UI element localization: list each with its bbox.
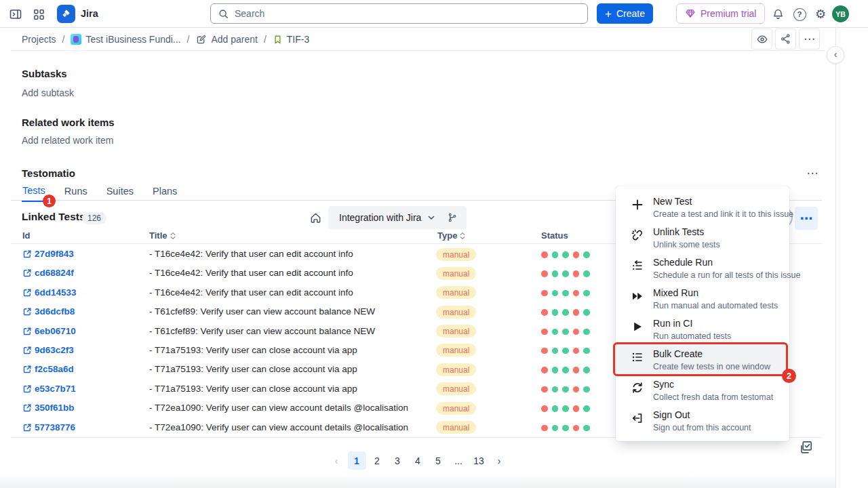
menu-item-description: Unlink some tests	[653, 240, 720, 249]
edit-pencil-icon	[195, 34, 207, 45]
type-badge: manual	[436, 325, 476, 338]
create-button[interactable]: Create	[597, 3, 653, 24]
page-button-label: ›	[498, 455, 501, 466]
menu-item[interactable]: New Test Create a test and link it it to…	[616, 192, 789, 222]
menu-item[interactable]: Sync Collect fresh data from testomat	[616, 375, 789, 405]
sidebar-toggle-icon[interactable]	[7, 5, 24, 23]
test-id-link[interactable]: 3d6dcfb8	[35, 306, 75, 317]
type-badge: manual	[436, 421, 476, 434]
tab[interactable]: Runs	[64, 185, 88, 202]
project-filter-dropdown[interactable]: Integration with Jira	[328, 206, 467, 229]
global-search[interactable]	[210, 3, 588, 24]
add-related-work-item-button[interactable]: Add related work item	[22, 135, 113, 146]
external-link-icon	[22, 249, 32, 259]
test-title: - T72ea1090: Verify user can view accoun…	[149, 403, 408, 413]
test-id-link[interactable]: cd68824f	[35, 268, 74, 278]
page-button-label: 1	[354, 455, 359, 466]
menu-item-title: Mixed Run	[653, 287, 778, 299]
menu-item-description: Run automated tests	[653, 331, 731, 341]
tab[interactable]: Suites	[106, 185, 134, 202]
search-input[interactable]	[235, 8, 580, 19]
breadcrumb-project-link[interactable]: Test iBusiness Fundi...	[71, 34, 180, 45]
menu-item-title: Run in CI	[653, 318, 731, 329]
app-root: Jira Create Premium trial YB Projects /	[0, 0, 868, 488]
external-link-icon	[22, 384, 32, 394]
share-icon[interactable]	[775, 28, 796, 49]
tab[interactable]: Plans	[152, 185, 178, 202]
header-divider	[11, 50, 825, 51]
menu-item-title: Schedule Run	[653, 257, 800, 268]
menu-item[interactable]: Run in CI Run automated tests	[616, 314, 789, 344]
menu-item-icon	[631, 289, 644, 303]
status-dots	[541, 386, 590, 393]
menu-item[interactable]: Sign Out Sign out from this account	[616, 405, 789, 436]
menu-item-icon	[631, 259, 644, 272]
type-badge: manual	[436, 286, 476, 299]
gem-icon	[685, 8, 696, 19]
help-icon[interactable]	[791, 5, 808, 23]
create-button-label: Create	[616, 8, 645, 19]
sort-icon	[460, 232, 465, 240]
branch-icon[interactable]	[447, 212, 458, 223]
collapse-panel-chevron-icon[interactable]	[827, 46, 844, 64]
app-switcher-icon[interactable]	[30, 5, 47, 23]
project-filter-value: Integration with Jira	[339, 212, 421, 223]
test-title: - T72ea1090: Verify user can view accoun…	[149, 422, 408, 432]
linked-tests-menu-trigger-icon[interactable]	[795, 207, 818, 230]
test-id-link[interactable]: 9d63c2f3	[35, 345, 74, 355]
bulk-select-icon[interactable]	[797, 439, 814, 455]
settings-gear-icon[interactable]	[812, 5, 829, 23]
page-button[interactable]: ‹	[328, 451, 346, 470]
page-button[interactable]: 5	[429, 451, 448, 470]
page-button-label: 3	[395, 455, 400, 466]
page-button[interactable]: 13	[470, 451, 488, 470]
test-title: - T61cfef89: Verify user can view accoun…	[149, 306, 375, 317]
test-id-link[interactable]: 350f61bb	[35, 403, 75, 413]
menu-item-title: Sign Out	[653, 409, 751, 421]
chevron-down-icon	[427, 214, 435, 222]
tab-label: Suites	[106, 186, 134, 197]
testomatio-more-actions-icon[interactable]	[803, 165, 822, 180]
premium-trial-button[interactable]: Premium trial	[676, 3, 765, 24]
menu-item[interactable]: Mixed Run Run manual and automated tests	[616, 283, 789, 314]
page-button-label: ...	[454, 455, 462, 466]
notifications-bell-icon[interactable]	[769, 5, 787, 23]
linked-tests-count-badge: 126	[82, 212, 106, 224]
menu-item-description: Schedule a run for all tests of this iss…	[653, 270, 800, 280]
jira-logo[interactable]	[57, 5, 75, 23]
watch-eye-icon[interactable]	[751, 28, 772, 49]
menu-item[interactable]: Bulk Create Create few tests in one wind…	[616, 344, 789, 375]
page-button[interactable]: 4	[409, 451, 427, 470]
status-dots	[541, 367, 590, 373]
test-id-link[interactable]: f2c58a6d	[35, 364, 74, 374]
add-subtask-button[interactable]: Add subtask	[22, 87, 74, 98]
breadcrumb-separator: /	[187, 34, 190, 45]
add-parent-button[interactable]: Add parent	[195, 34, 258, 45]
app-title: Jira	[81, 8, 98, 19]
column-header-title[interactable]: Title	[149, 230, 176, 241]
menu-item[interactable]: Unlink Tests Unlink some tests	[616, 222, 789, 253]
breadcrumb-projects-link[interactable]: Projects	[22, 34, 56, 45]
menu-item-icon	[631, 411, 644, 425]
page-button[interactable]: ...	[450, 451, 468, 470]
page-button[interactable]: 2	[368, 451, 387, 470]
type-badge: manual	[436, 267, 476, 280]
menu-item[interactable]: Schedule Run Schedule a run for all test…	[616, 253, 789, 283]
menu-item-icon	[631, 198, 644, 211]
column-header-type[interactable]: Type	[437, 230, 465, 241]
issue-more-actions-icon[interactable]	[799, 28, 820, 49]
breadcrumb-issue-link[interactable]: TIF-3	[273, 34, 309, 45]
test-id-link[interactable]: 27d9f843	[35, 249, 74, 259]
test-id-link[interactable]: 57738776	[35, 422, 75, 432]
column-header-id[interactable]: Id	[22, 230, 31, 241]
test-id-link[interactable]: e53c7b71	[35, 384, 76, 394]
page-button[interactable]: ›	[490, 451, 509, 470]
user-avatar[interactable]: YB	[832, 5, 849, 22]
pagination: ‹ 1 2 3 4 5 ... 13 ›	[0, 451, 835, 470]
test-id-link[interactable]: 6eb06710	[35, 326, 76, 336]
test-id-link[interactable]: 6dd14533	[35, 287, 77, 298]
page-button[interactable]: 3	[389, 451, 407, 470]
menu-item-title: New Test	[653, 196, 793, 207]
page-button[interactable]: 1	[348, 451, 366, 470]
home-icon[interactable]	[307, 209, 324, 226]
